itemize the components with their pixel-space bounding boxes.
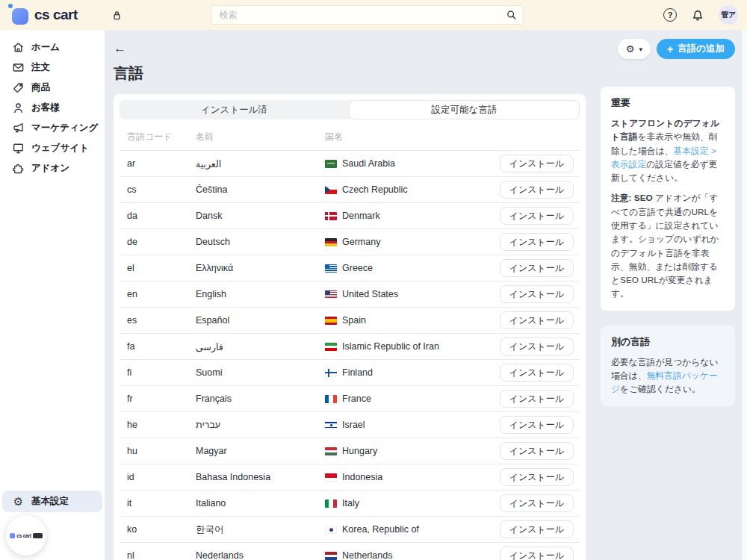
- flag-icon-it: [325, 500, 337, 508]
- language-country: Germany: [325, 237, 500, 247]
- language-name: Magyar: [196, 446, 325, 456]
- install-button[interactable]: インストール: [500, 416, 574, 434]
- language-name: Français: [196, 393, 325, 404]
- sidebar-bottom: ⚙ 基本設定 cs cart: [0, 491, 105, 560]
- sidebar-item-orders[interactable]: 注文: [0, 57, 105, 78]
- panel-paragraph: 注意: SEO アドオンが「すべての言語で共通のURLを使用する」に設定されてい…: [611, 191, 725, 300]
- install-button[interactable]: インストール: [500, 494, 574, 512]
- language-code: fa: [127, 341, 196, 352]
- country-name: Indonesia: [342, 472, 382, 482]
- table-row: huMagyarHungaryインストール: [120, 438, 580, 464]
- flag-icon-sa: [325, 160, 337, 168]
- language-code: da: [127, 211, 196, 221]
- language-name: Čeština: [196, 184, 325, 195]
- flag-icon-fr: [325, 395, 337, 403]
- main-content: ← ⚙ ▾ + 言語の追加 言語 インストール済設定可能な言語 言語コード 名前…: [105, 30, 741, 560]
- install-button[interactable]: インストール: [500, 390, 574, 408]
- home-icon: [12, 41, 25, 54]
- country-name: Islamic Republic of Iran: [342, 341, 439, 352]
- language-country: Denmark: [325, 211, 500, 221]
- sidebar-item-customers[interactable]: お客様: [0, 98, 105, 118]
- language-code: de: [127, 237, 196, 247]
- language-country: Indonesia: [325, 472, 500, 482]
- language-country: Saudi Arabia: [325, 158, 500, 169]
- sidebar-item-label: 注文: [31, 61, 50, 74]
- scrollbar[interactable]: [741, 30, 747, 560]
- help-icon[interactable]: ?: [663, 8, 677, 22]
- install-button[interactable]: インストール: [500, 181, 574, 199]
- install-button[interactable]: インストール: [500, 520, 574, 538]
- install-button[interactable]: インストール: [500, 155, 574, 172]
- language-code: he: [127, 420, 196, 430]
- language-name: Suomi: [196, 367, 325, 378]
- tab-0[interactable]: インストール済: [120, 100, 349, 119]
- orders-icon: [12, 61, 25, 74]
- install-button[interactable]: インストール: [500, 285, 574, 303]
- language-country: Israel: [325, 420, 500, 430]
- sidebar-item-website[interactable]: ウェブサイト: [0, 138, 105, 158]
- sidebar-item-home[interactable]: ホーム: [0, 37, 105, 57]
- search-icon[interactable]: [506, 9, 518, 21]
- country-name: Spain: [342, 315, 366, 326]
- tab-1[interactable]: 設定可能な言語: [349, 100, 580, 119]
- flag-icon-es: [325, 317, 337, 325]
- other-languages-panel-text: 必要な言語が見つからない場合は、無料言語パッケージをご確認ください。: [611, 355, 725, 396]
- install-button[interactable]: インストール: [500, 259, 574, 277]
- gear-icon: ⚙: [626, 43, 635, 55]
- sidebar-item-products[interactable]: 商品: [0, 78, 105, 98]
- page-title: 言語: [114, 63, 741, 84]
- table-row: deDeutschGermanyインストール: [120, 229, 580, 255]
- table-row: esEspañolSpainインストール: [120, 308, 580, 334]
- install-button[interactable]: インストール: [500, 547, 574, 560]
- install-button[interactable]: インストール: [500, 468, 574, 486]
- install-button[interactable]: インストール: [500, 207, 574, 225]
- language-code: nl: [127, 550, 196, 560]
- languages-card: インストール済設定可能な言語 言語コード 名前 国名 arالعربيةSaud…: [114, 94, 586, 560]
- install-button[interactable]: インストール: [500, 442, 574, 460]
- sidebar-item-settings[interactable]: ⚙ 基本設定: [2, 491, 102, 512]
- search-input[interactable]: [211, 5, 524, 25]
- flag-icon-de: [325, 238, 337, 246]
- settings-dropdown-button[interactable]: ⚙ ▾: [618, 39, 651, 59]
- important-panel-title: 重要: [611, 96, 725, 110]
- install-button[interactable]: インストール: [500, 364, 574, 382]
- flag-icon-gr: [325, 264, 337, 273]
- flag-icon-id: [325, 473, 337, 482]
- column-header-code: 言語コード: [127, 131, 196, 143]
- country-name: Czech Republic: [342, 184, 408, 195]
- language-name: فارسی: [196, 341, 325, 352]
- country-name: United States: [342, 289, 398, 299]
- country-name: Italy: [342, 498, 359, 508]
- column-header-name: 名前: [196, 131, 325, 143]
- tab-bar: インストール済設定可能な言語: [120, 100, 580, 119]
- language-country: Netherlands: [325, 550, 500, 560]
- language-country: Finland: [325, 367, 500, 378]
- language-code: cs: [127, 184, 196, 195]
- sidebar-item-label: ホーム: [31, 41, 60, 54]
- sidebar-item-addons[interactable]: アドオン: [0, 158, 105, 178]
- notifications-bell-icon[interactable]: [691, 8, 704, 22]
- user-avatar[interactable]: 管ア: [719, 5, 738, 25]
- add-language-button[interactable]: + 言語の追加: [657, 39, 735, 59]
- language-name: Nederlands: [196, 550, 325, 560]
- sidebar-item-label: マーケティング: [31, 122, 98, 134]
- language-country: Islamic Republic of Iran: [325, 341, 500, 352]
- flag-icon-kr: [325, 526, 337, 534]
- country-name: Finland: [342, 367, 373, 378]
- cscart-logo[interactable]: cs cart: [10, 6, 78, 25]
- install-button[interactable]: インストール: [500, 311, 574, 329]
- back-arrow-icon[interactable]: ←: [114, 42, 128, 55]
- install-button[interactable]: インストール: [500, 233, 574, 251]
- language-name: Italiano: [196, 498, 325, 508]
- table-row: daDanskDenmarkインストール: [120, 203, 580, 229]
- language-code: en: [127, 289, 196, 299]
- flag-icon-fi: [325, 369, 337, 377]
- country-name: Hungary: [342, 446, 377, 456]
- country-name: Israel: [342, 420, 365, 430]
- install-button[interactable]: インストール: [500, 337, 574, 355]
- mini-logo: cs cart: [10, 533, 43, 538]
- language-code: fr: [127, 393, 196, 404]
- header-actions: ⚙ ▾ + 言語の追加: [618, 39, 735, 59]
- lock-icon[interactable]: [111, 9, 123, 22]
- sidebar-item-marketing[interactable]: マーケティング: [0, 118, 105, 138]
